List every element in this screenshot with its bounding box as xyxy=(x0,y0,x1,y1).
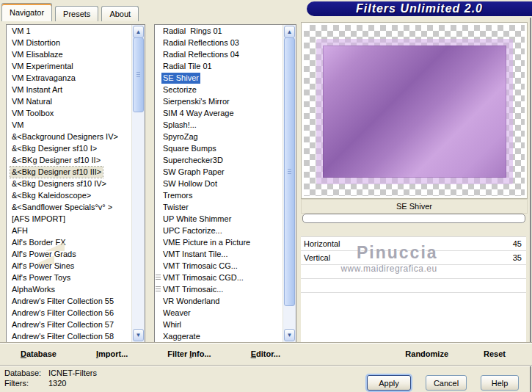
category-list-item[interactable]: VM 1 xyxy=(7,25,132,37)
filter-list-item[interactable]: VME Picture in a Picture xyxy=(155,236,283,248)
filter-list-item[interactable]: UPC Factorize... xyxy=(155,225,283,236)
list-item-label: VM xyxy=(10,120,26,131)
filter-list-item[interactable]: Sierpenski's Mirror xyxy=(155,95,283,107)
scroll-down-icon[interactable]: ▼ xyxy=(133,329,144,341)
list-item-label: VMT Trimosaic... xyxy=(161,284,225,295)
randomize-button[interactable]: Randomize xyxy=(405,349,448,358)
category-list-item[interactable]: Andrew's Filter Collection 57 xyxy=(7,319,132,330)
filter-list-item[interactable]: VMT Trimosaic CGD... xyxy=(155,272,283,283)
filter-list-item[interactable]: Radial Rings 01 xyxy=(155,25,283,37)
list-item-label: &<Background Designers IV> xyxy=(10,131,120,142)
category-list-item[interactable]: [AFS IMPORT] xyxy=(7,213,132,225)
list-item-label: Superchecker3D xyxy=(161,155,225,166)
category-list-item[interactable]: AlphaWorks xyxy=(7,283,132,295)
category-list-item[interactable]: VM Instant Art xyxy=(7,84,132,95)
filter-list-item[interactable]: SIM 4 Way Average xyxy=(155,107,283,119)
scroll-down-icon[interactable]: ▼ xyxy=(284,329,295,341)
list-item-label: Xaggerate xyxy=(161,331,202,342)
filter-listbox: Radial Rings 01Radial Reflections 03Radi… xyxy=(154,24,296,343)
filter-list-item[interactable]: Whirl xyxy=(155,319,283,330)
filter-list-item[interactable]: Tremors xyxy=(155,189,283,201)
scroll-up-icon[interactable]: ▲ xyxy=(284,26,295,38)
scroll-up-icon[interactable]: ▲ xyxy=(133,26,144,38)
database-button[interactable]: Database xyxy=(21,349,57,358)
import-button[interactable]: Import... xyxy=(96,349,128,358)
filter-list-item[interactable]: VMT Instant Tile... xyxy=(155,248,283,260)
category-list-item[interactable]: &<Sandflower Specials°v° > xyxy=(7,201,132,213)
filter-list-item[interactable]: VMT Trimosaic CG... xyxy=(155,260,283,272)
parameter-value[interactable]: 45 xyxy=(513,239,526,248)
parameter-label: Vertical xyxy=(301,253,330,262)
category-list-item[interactable]: VM Toolbox xyxy=(7,107,132,119)
preview-image[interactable] xyxy=(323,46,506,178)
filter-list-item[interactable]: Sectorize xyxy=(155,84,283,95)
parameter-value[interactable]: 35 xyxy=(513,253,526,262)
category-list-item[interactable]: VM Experimental xyxy=(7,60,132,72)
category-list-item[interactable]: &<Background Designers IV> xyxy=(7,131,132,142)
list-item-label: VME Picture in a Picture xyxy=(161,237,252,248)
transparency-checker xyxy=(304,25,525,196)
category-list-item[interactable]: Andrew's Filter Collection 55 xyxy=(7,295,132,307)
tab-about[interactable]: About xyxy=(101,6,139,21)
list-item-label: SpyroZag xyxy=(161,131,200,142)
filter-list-item[interactable]: Radial Reflections 04 xyxy=(155,48,283,60)
filter-list-item[interactable]: Radial Reflections 03 xyxy=(155,37,283,48)
filter-list-item[interactable]: Superchecker3D xyxy=(155,154,283,166)
filter-list-item[interactable]: SpyroZag xyxy=(155,131,283,142)
scrollbar-thumb[interactable] xyxy=(133,37,144,112)
list-item-label: AlphaWorks xyxy=(10,284,57,295)
category-list-item[interactable]: VM Natural xyxy=(7,95,132,107)
filter-list-item[interactable]: UP White Shimmer xyxy=(155,213,283,225)
category-list-item[interactable]: &<Bkg Designer sf10 III> xyxy=(7,166,132,178)
cancel-button[interactable]: Cancel xyxy=(426,375,467,391)
filter-list-item[interactable]: Weaver xyxy=(155,307,283,319)
filter-list-item[interactable]: Xaggerate xyxy=(155,330,283,342)
filter-list-item[interactable]: SE Shiver xyxy=(155,72,283,84)
help-button[interactable]: Help xyxy=(481,375,519,391)
filter-list-item[interactable]: Splash!... xyxy=(155,119,283,131)
filter-list-item[interactable]: VMT Trimosaic... xyxy=(155,283,283,295)
category-list-item[interactable]: Alf's Power Sines xyxy=(7,260,132,272)
category-list-item[interactable]: &<BKg Designer sf10 II> xyxy=(7,154,132,166)
filter-list-item[interactable]: SW Hollow Dot xyxy=(155,178,283,189)
category-list-item[interactable]: &<Bkg Designer sf10 I> xyxy=(7,142,132,154)
category-list-item[interactable]: Andrew's Filter Collection 58 xyxy=(7,330,132,342)
filter-info-button[interactable]: Filter Info... xyxy=(167,349,211,358)
command-bar-right: Randomize Reset xyxy=(301,343,526,365)
apply-button[interactable]: Apply xyxy=(367,375,411,391)
filter-scrollbar[interactable]: ▲ ▼ xyxy=(283,25,296,342)
filter-list-item[interactable]: Square Bumps xyxy=(155,142,283,154)
tab-navigator[interactable]: Navigator xyxy=(1,3,52,21)
list-item-label: &<Bkg Designer sf10 III> xyxy=(10,167,103,178)
list-item-label: VMT Trimosaic CGD... xyxy=(161,272,245,283)
list-item-label: VMT Trimosaic CG... xyxy=(161,261,239,272)
category-list-item[interactable]: Alf's Power Grads xyxy=(7,248,132,260)
list-item-label: [AFS IMPORT] xyxy=(10,214,67,225)
category-list-item[interactable]: Andrew's Filter Collection 56 xyxy=(7,307,132,319)
filter-caption: SE Shiver xyxy=(396,202,432,211)
category-list-item[interactable]: &<Bkg Designers sf10 IV> xyxy=(7,178,132,189)
editor-button[interactable]: Editor... xyxy=(251,349,280,358)
category-scrollbar[interactable]: ▲ ▼ xyxy=(131,25,145,342)
database-status-value: ICNET-Filters xyxy=(48,369,97,377)
category-list-item[interactable]: VM xyxy=(7,119,132,131)
category-list-item[interactable]: Alf's Power Toys xyxy=(7,272,132,283)
category-list-item[interactable]: &<Bkg Kaleidoscope> xyxy=(7,189,132,201)
scrollbar-thumb[interactable] xyxy=(284,37,295,306)
tab-presets[interactable]: Presets xyxy=(55,6,98,21)
category-list-item[interactable]: AFH xyxy=(7,225,132,236)
filter-list-item[interactable]: Twister xyxy=(155,201,283,213)
category-list-item[interactable]: VM Distortion xyxy=(7,37,132,48)
reset-button[interactable]: Reset xyxy=(484,349,506,358)
list-item-label: VM Instant Art xyxy=(10,84,64,95)
preview-panel xyxy=(301,22,528,199)
app-title: Filters Unlimited 2.0 xyxy=(356,2,483,15)
category-list-item[interactable]: Alf's Border FX xyxy=(7,236,132,248)
category-list-item[interactable]: VM Elisablaze xyxy=(7,48,132,60)
filter-list-item[interactable]: Radial Tile 01 xyxy=(155,60,283,72)
filter-list-item[interactable]: VR Wonderland xyxy=(155,295,283,307)
list-item-label: Andrew's Filter Collection 55 xyxy=(10,296,115,307)
category-list-item[interactable]: VM Extravaganza xyxy=(7,72,132,84)
filter-list-item[interactable]: SW Graph Paper xyxy=(155,166,283,178)
watermark-name: Pinuccia xyxy=(357,243,438,263)
